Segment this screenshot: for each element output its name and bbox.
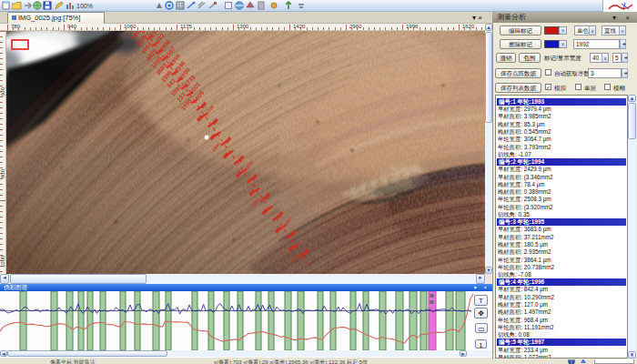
svg-text:100%: 100%	[76, 3, 93, 9]
